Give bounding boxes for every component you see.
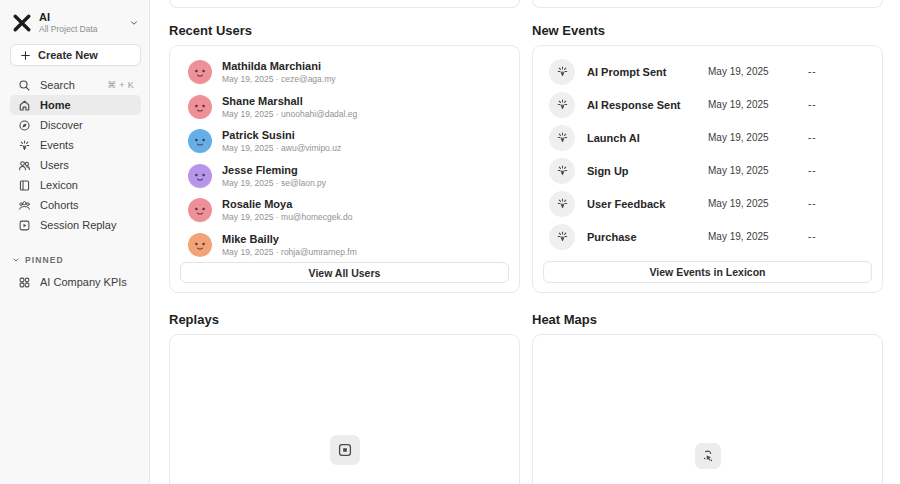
event-flash-icon bbox=[549, 191, 575, 217]
cohorts-icon bbox=[17, 198, 31, 212]
user-name: Jesse Fleming bbox=[222, 164, 326, 176]
event-value: -- bbox=[808, 165, 866, 176]
create-new-label: Create New bbox=[38, 49, 98, 61]
user-date-email: May 19, 2025 · awu@vimipo.uz bbox=[222, 143, 341, 153]
user-list-item[interactable]: Mike Bailly May 19, 2025 · rohja@umrarne… bbox=[180, 228, 509, 263]
event-flash-icon bbox=[549, 59, 575, 85]
pinned-section-toggle[interactable]: PINNED bbox=[10, 255, 141, 265]
search-label: Search bbox=[40, 79, 75, 91]
user-name: Mathilda Marchiani bbox=[222, 60, 336, 72]
replays-title: Replays bbox=[169, 312, 520, 327]
user-date-email: May 19, 2025 · mu@homecgek.do bbox=[222, 212, 353, 222]
sidebar-item-session-replay[interactable]: Session Replay bbox=[10, 215, 141, 235]
user-list-item[interactable]: Patrick Susini May 19, 2025 · awu@vimipo… bbox=[180, 124, 509, 159]
user-list-item[interactable]: Mathilda Marchiani May 19, 2025 · ceze@a… bbox=[180, 55, 509, 90]
main-content: Recent Users New Events bbox=[150, 0, 900, 484]
workspace-name: AI bbox=[39, 11, 122, 23]
replays-card bbox=[169, 334, 520, 484]
workspace-switcher[interactable]: AI All Project Data bbox=[10, 9, 141, 34]
user-list-item[interactable]: Shane Marshall May 19, 2025 · unoohahi@d… bbox=[180, 90, 509, 125]
sidebar-item-cohorts[interactable]: Cohorts bbox=[10, 195, 141, 215]
heat-maps-title: Heat Maps bbox=[532, 312, 883, 327]
sidebar-item-label: Discover bbox=[40, 119, 83, 131]
event-value: -- bbox=[808, 231, 866, 242]
sidebar-item-users[interactable]: Users bbox=[10, 155, 141, 175]
event-date: May 19, 2025 bbox=[708, 231, 808, 242]
user-avatar bbox=[188, 60, 212, 84]
user-date-email: May 19, 2025 · ceze@aga.my bbox=[222, 74, 336, 84]
sidebar-item-label: AI Company KPIs bbox=[40, 276, 127, 288]
session-replay-icon bbox=[330, 435, 360, 465]
recent-users-card: Mathilda Marchiani May 19, 2025 · ceze@a… bbox=[169, 45, 520, 293]
sidebar-item-lexicon[interactable]: Lexicon bbox=[10, 175, 141, 195]
event-name: Sign Up bbox=[587, 165, 708, 177]
cursor-click-icon bbox=[695, 443, 721, 469]
user-date-email: May 19, 2025 · rohja@umrarnep.fm bbox=[222, 247, 357, 257]
sidebar-item-label: Home bbox=[40, 99, 71, 111]
card-bottom-edge bbox=[532, 0, 883, 8]
sidebar-item-label: Session Replay bbox=[40, 219, 116, 231]
event-name: User Feedback bbox=[587, 198, 708, 210]
sidebar-item-label: Users bbox=[40, 159, 69, 171]
pinned-label: PINNED bbox=[25, 255, 64, 265]
user-name: Patrick Susini bbox=[222, 129, 341, 141]
user-date-email: May 19, 2025 · se@laon.py bbox=[222, 178, 326, 188]
mixpanel-logo-icon bbox=[12, 13, 32, 33]
lexicon-icon bbox=[17, 178, 31, 192]
user-avatar bbox=[188, 198, 212, 222]
card-bottom-edge bbox=[169, 0, 520, 8]
events-icon bbox=[17, 138, 31, 152]
event-date: May 19, 2025 bbox=[708, 66, 808, 77]
chevron-down-icon bbox=[12, 256, 20, 264]
event-date: May 19, 2025 bbox=[708, 132, 808, 143]
user-avatar bbox=[188, 233, 212, 257]
event-flash-icon bbox=[549, 158, 575, 184]
event-value: -- bbox=[808, 198, 866, 209]
sidebar-item-discover[interactable]: Discover bbox=[10, 115, 141, 135]
event-list-item[interactable]: Purchase May 19, 2025 -- bbox=[543, 220, 872, 253]
search-icon bbox=[17, 78, 31, 92]
event-list-item[interactable]: Sign Up May 19, 2025 -- bbox=[543, 154, 872, 187]
event-list-item[interactable]: AI Response Sent May 19, 2025 -- bbox=[543, 88, 872, 121]
event-date: May 19, 2025 bbox=[708, 99, 808, 110]
user-name: Rosalie Moya bbox=[222, 198, 353, 210]
sidebar-item-label: Cohorts bbox=[40, 199, 79, 211]
event-flash-icon bbox=[549, 92, 575, 118]
event-date: May 19, 2025 bbox=[708, 165, 808, 176]
app-window: AI All Project Data Create New Search bbox=[0, 0, 900, 484]
event-value: -- bbox=[808, 66, 866, 77]
event-name: AI Prompt Sent bbox=[587, 66, 708, 78]
cut-off-cards-row bbox=[169, 0, 900, 8]
discover-icon bbox=[17, 118, 31, 132]
new-events-card: AI Prompt Sent May 19, 2025 -- AI Respon… bbox=[532, 45, 883, 293]
view-all-users-button[interactable]: View All Users bbox=[180, 262, 509, 283]
user-list-item[interactable]: Rosalie Moya May 19, 2025 · mu@homecgek.… bbox=[180, 193, 509, 228]
user-name: Mike Bailly bbox=[222, 233, 357, 245]
create-new-button[interactable]: Create New bbox=[10, 44, 141, 66]
recent-users-title: Recent Users bbox=[169, 23, 520, 38]
user-avatar bbox=[188, 164, 212, 188]
sidebar-item-search[interactable]: Search ⌘ + K bbox=[10, 75, 141, 95]
sidebar-item-home[interactable]: Home bbox=[10, 95, 141, 115]
sidebar-item-label: Events bbox=[40, 139, 74, 151]
event-flash-icon bbox=[549, 224, 575, 250]
event-name: Purchase bbox=[587, 231, 708, 243]
event-list-item[interactable]: AI Prompt Sent May 19, 2025 -- bbox=[543, 55, 872, 88]
event-value: -- bbox=[808, 132, 866, 143]
users-icon bbox=[17, 158, 31, 172]
event-list-item[interactable]: User Feedback May 19, 2025 -- bbox=[543, 187, 872, 220]
user-list-item[interactable]: Jesse Fleming May 19, 2025 · se@laon.py bbox=[180, 159, 509, 194]
plus-icon bbox=[20, 50, 31, 61]
event-name: Launch AI bbox=[587, 132, 708, 144]
event-date: May 19, 2025 bbox=[708, 198, 808, 209]
sidebar-item-events[interactable]: Events bbox=[10, 135, 141, 155]
event-list-item[interactable]: Launch AI May 19, 2025 -- bbox=[543, 121, 872, 154]
view-events-in-lexicon-button[interactable]: View Events in Lexicon bbox=[543, 261, 872, 283]
heat-maps-card bbox=[532, 334, 883, 484]
sidebar-item-ai-company-kpis[interactable]: AI Company KPIs bbox=[10, 272, 141, 292]
sidebar: AI All Project Data Create New Search bbox=[0, 0, 150, 484]
workspace-subtitle: All Project Data bbox=[39, 24, 122, 34]
event-flash-icon bbox=[549, 125, 575, 151]
sidebar-item-label: Lexicon bbox=[40, 179, 78, 191]
user-name: Shane Marshall bbox=[222, 95, 357, 107]
